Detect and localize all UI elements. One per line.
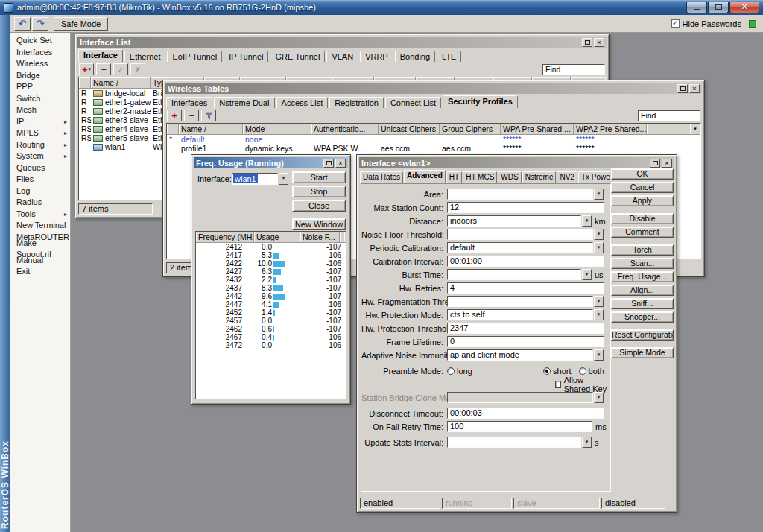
sidebar-item-mpls[interactable]: MPLS▸	[10, 127, 70, 139]
sidebar-item-ip[interactable]: IP▸	[10, 116, 70, 128]
dropdown-arrow-icon[interactable]: ▼	[582, 215, 592, 227]
close-window-button[interactable]: Close	[292, 200, 346, 212]
dropdown-arrow-icon[interactable]: ▼	[594, 229, 604, 240]
sidebar-item-quick-set[interactable]: Quick Set	[10, 35, 70, 47]
remove-button[interactable]: −	[184, 110, 199, 121]
column-selector-icon[interactable]: ▼	[344, 232, 346, 243]
sidebar-item-routing[interactable]: Routing▸	[10, 139, 70, 151]
table-row[interactable]: *defaultnone************	[167, 135, 700, 144]
dropdown-arrow-icon[interactable]: ▼	[594, 349, 604, 361]
dropdown-arrow-icon[interactable]: ▼	[582, 269, 592, 280]
dropdown-arrow-icon[interactable]: ▼	[594, 189, 604, 200]
close-button[interactable]: ✕	[729, 2, 759, 13]
dropdown-arrow-icon[interactable]: ▼	[594, 242, 604, 253]
sidebar-item-tools[interactable]: Tools▸	[10, 209, 70, 221]
table-row[interactable]: 24378.3-107	[196, 284, 346, 292]
comment-button[interactable]: Comment	[611, 227, 674, 238]
column-header-noise-f[interactable]: Noise F...	[300, 232, 340, 243]
tab-connect-list[interactable]: Connect List	[385, 97, 441, 108]
table-row[interactable]: 24521.4-107	[196, 308, 346, 317]
radio-option-both[interactable]: both	[579, 367, 604, 376]
disable-button[interactable]: ✗	[130, 63, 145, 75]
column-header-group-ciphers[interactable]: Group Ciphers	[440, 124, 501, 135]
sidebar-item-new-terminal[interactable]: New Terminal	[10, 220, 70, 232]
field-burst-time[interactable]	[447, 269, 581, 280]
field-frame-lifetime[interactable]: 0	[447, 336, 604, 347]
table-row[interactable]: 24720.0-106	[196, 341, 346, 349]
sidebar-item-files[interactable]: Files	[10, 174, 70, 186]
field-hw-retries[interactable]: 4	[447, 282, 604, 294]
minimize-button[interactable]	[686, 2, 707, 13]
restore-icon[interactable]	[582, 38, 592, 47]
tab-ethernet[interactable]: Ethernet	[124, 51, 166, 62]
tab-access-list[interactable]: Access List	[276, 97, 329, 108]
align-button[interactable]: Align...	[611, 285, 674, 296]
column-selector-icon[interactable]: ▼	[690, 124, 700, 135]
safe-mode-button[interactable]: Safe Mode	[54, 17, 108, 31]
field-disconnect-timeout[interactable]: 00:00:03	[447, 408, 604, 419]
ok-button[interactable]: OK	[611, 168, 674, 180]
column-header-wpa2-pre-shared[interactable]: WPA2 Pre-Shared...	[574, 124, 647, 135]
tab-interface[interactable]: Interface	[78, 49, 123, 62]
table-row[interactable]: 24429.6-107	[196, 292, 346, 300]
column-header-usage[interactable]: Usage	[254, 232, 300, 243]
close-icon[interactable]: ×	[689, 84, 700, 93]
table-row[interactable]: 24175.3-106	[196, 251, 346, 259]
interface-combo[interactable]: wlan1	[232, 173, 278, 185]
column-header-unicast-ciphers[interactable]: Unicast Ciphers	[379, 124, 440, 135]
sidebar-item-exit[interactable]: Exit	[10, 266, 70, 278]
interface-list-titlebar[interactable]: Interface List ×	[77, 37, 607, 48]
dropdown-arrow-icon[interactable]: ▼	[594, 296, 604, 307]
tab-wds[interactable]: WDS	[498, 171, 521, 183]
column-header-wpa-pre-shared[interactable]: WPA Pre-Shared ...	[501, 124, 574, 135]
restore-icon[interactable]	[650, 159, 660, 168]
close-icon[interactable]: ×	[594, 38, 604, 47]
hide-passwords-checkbox[interactable]: ✓	[671, 19, 680, 28]
sniff-button[interactable]: Sniff...	[611, 298, 674, 309]
sidebar-item-system[interactable]: System▸	[10, 151, 70, 162]
table-row[interactable]: 24120.0-107	[196, 243, 346, 251]
dropdown-arrow-icon[interactable]: ▼	[594, 309, 604, 320]
allow-shared-key-checkbox[interactable]: Allow Shared Key	[555, 376, 610, 393]
simple-mode-button[interactable]: Simple Mode	[611, 347, 674, 358]
field-update-stats-interval[interactable]	[447, 437, 581, 448]
tab-ht-mcs[interactable]: HT MCS	[463, 171, 497, 183]
column-header-name[interactable]: Name /	[179, 124, 243, 135]
snooper-button[interactable]: Snooper...	[611, 311, 674, 323]
field-calibration-interval[interactable]: 00:01:00	[447, 256, 604, 267]
table-row[interactable]: profile1dynamic keysWPA PSK W...aes ccma…	[167, 144, 700, 153]
tab-interfaces[interactable]: Interfaces	[166, 97, 212, 108]
radio-option-short[interactable]: short	[543, 367, 571, 376]
tab-tx-power[interactable]: Tx Power	[578, 171, 610, 183]
table-row[interactable]: 24276.3-107	[196, 267, 346, 276]
tab-vlan[interactable]: VLAN	[326, 51, 358, 62]
scan-button[interactable]: Scan...	[611, 258, 674, 269]
column-header-mode[interactable]: Mode	[243, 124, 311, 135]
dropdown-arrow-icon[interactable]: ▼	[279, 173, 288, 185]
column-header-flags[interactable]	[79, 77, 91, 89]
field-hw-protection-threshold[interactable]: 2347	[447, 323, 604, 334]
field-distance[interactable]: indoors	[447, 215, 581, 227]
tab-data-rates[interactable]: Data Rates	[360, 171, 403, 183]
table-row[interactable]: 24670.4-106	[196, 333, 346, 341]
tab-nv2[interactable]: NV2	[557, 171, 577, 183]
wlan1-titlebar[interactable]: Interface <wlan1> ×	[359, 157, 674, 168]
field-hw-protection-mode[interactable]: cts to self	[447, 309, 593, 320]
radio-option-long[interactable]: long	[447, 367, 472, 376]
tab-ht[interactable]: HT	[446, 171, 462, 183]
restore-icon[interactable]	[677, 84, 688, 93]
stop-button[interactable]: Stop	[292, 186, 346, 197]
field-station-bridge-clone-mac[interactable]	[447, 392, 593, 403]
apply-button[interactable]: Apply	[611, 195, 674, 206]
table-row[interactable]: 24570.0-107	[196, 317, 346, 325]
add-button[interactable]: +▾	[79, 63, 94, 75]
disable-button[interactable]: Disable	[611, 213, 674, 224]
table-row[interactable]: 24620.6-107	[196, 325, 346, 333]
tab-gre-tunnel[interactable]: GRE Tunnel	[270, 51, 325, 62]
sidebar-item-radius[interactable]: Radius	[10, 197, 70, 209]
sidebar-item-log[interactable]: Log	[10, 186, 70, 197]
tab-eoip-tunnel[interactable]: EoIP Tunnel	[167, 51, 222, 62]
tab-nstreme-dual[interactable]: Nstreme Dual	[214, 97, 274, 108]
close-icon[interactable]: ×	[335, 159, 346, 168]
field-noise-floor-threshold[interactable]	[447, 229, 593, 240]
